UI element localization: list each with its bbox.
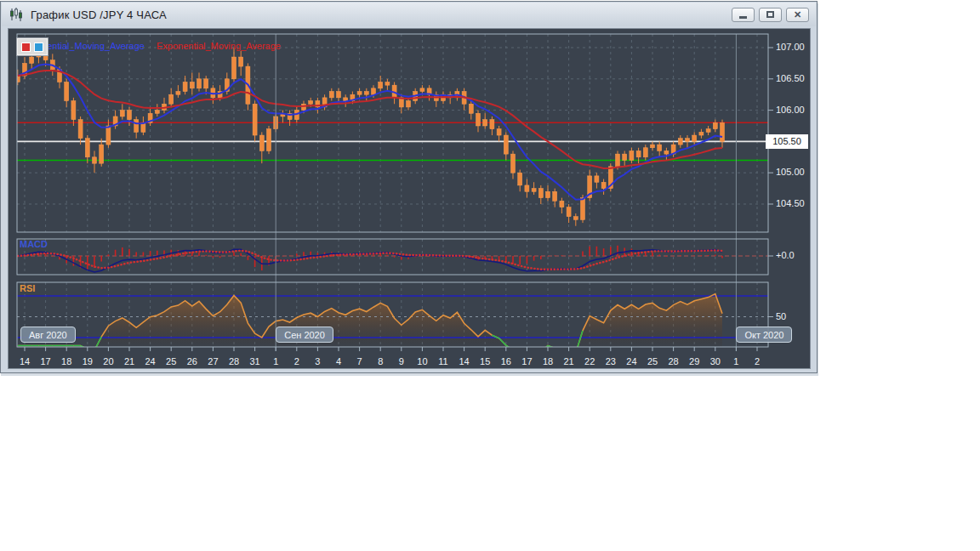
rsi-pane-label: RSI <box>20 283 35 293</box>
date-label: 18 <box>538 356 557 366</box>
macd-pane-label: MACD <box>20 239 48 249</box>
date-label: 24 <box>622 356 641 366</box>
date-label: 28 <box>664 356 683 366</box>
date-label: 26 <box>183 356 202 366</box>
month-badge: Окт 2020 <box>736 327 792 343</box>
close-button[interactable]: ✕ <box>786 8 809 22</box>
date-label: 25 <box>162 356 180 366</box>
rsi-mid-label: 50 <box>776 311 786 321</box>
date-label: 4 <box>329 356 348 366</box>
chart-window: График USD /JPY 4 ЧАСА ✕ Exponential_Mov… <box>0 1 818 373</box>
date-label: 17 <box>517 356 536 366</box>
price-axis-label: 104.50 <box>776 198 813 208</box>
date-label: 1 <box>726 356 745 366</box>
date-label: 23 <box>601 356 620 366</box>
macd-zero-label: +0.0 <box>776 250 795 260</box>
date-label: 18 <box>57 356 76 366</box>
month-badge: Авг 2020 <box>20 327 76 343</box>
minimize-icon <box>739 16 747 19</box>
date-label: 7 <box>350 356 369 366</box>
window-title: График USD /JPY 4 ЧАСА <box>31 9 167 21</box>
candlestick-chart-icon <box>9 8 24 21</box>
date-label: 27 <box>203 356 222 366</box>
date-label: 28 <box>225 356 243 366</box>
date-label: 22 <box>580 356 599 366</box>
minimize-button[interactable] <box>732 8 755 22</box>
indicator-color-chip-red[interactable] <box>21 43 31 52</box>
price-axis-label: 106.50 <box>776 73 813 83</box>
date-label: 2 <box>748 356 766 366</box>
date-label: 17 <box>37 356 55 366</box>
current-price-callout: 105.50 <box>766 134 808 149</box>
restore-button[interactable] <box>759 8 782 22</box>
date-label: 21 <box>560 356 578 366</box>
date-label: 2 <box>288 356 306 366</box>
date-label: 29 <box>685 356 704 366</box>
date-label: 15 <box>476 356 494 366</box>
date-label: 1 <box>266 356 285 366</box>
date-label: 11 <box>434 356 453 366</box>
month-badge: Сен 2020 <box>276 327 333 343</box>
date-label: 30 <box>706 356 725 366</box>
date-label: 19 <box>78 356 97 366</box>
date-label: 24 <box>141 356 160 366</box>
date-label: 21 <box>120 356 139 366</box>
date-label: 9 <box>392 356 411 366</box>
date-label: 14 <box>455 356 474 366</box>
price-axis-label: 106.00 <box>776 105 813 115</box>
date-label: 3 <box>308 356 327 366</box>
price-axis-label: 107.00 <box>776 42 813 52</box>
date-label: 20 <box>99 356 117 366</box>
date-label: 10 <box>413 356 431 366</box>
ema-red-label: Exponential_Moving_Average <box>157 41 281 51</box>
date-label: 31 <box>246 356 265 366</box>
date-label: 8 <box>371 356 390 366</box>
titlebar: График USD /JPY 4 ЧАСА ✕ <box>2 3 816 26</box>
chart-client-area: Exponential_Moving_Average Exponential_M… <box>8 28 811 369</box>
date-label: 16 <box>497 356 516 366</box>
close-icon: ✕ <box>794 10 801 20</box>
restore-icon <box>766 11 774 18</box>
price-axis-label: 105.00 <box>776 167 813 177</box>
indicator-chip-box <box>17 38 48 55</box>
chart-canvas[interactable] <box>9 29 812 370</box>
indicator-color-chip-blue[interactable] <box>34 43 43 52</box>
indicator-legend: Exponential_Moving_Average Exponential_M… <box>20 41 281 51</box>
date-label: 14 <box>15 356 34 366</box>
date-label: 25 <box>643 356 662 366</box>
